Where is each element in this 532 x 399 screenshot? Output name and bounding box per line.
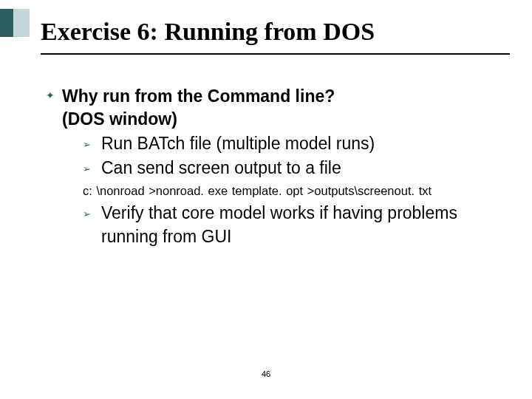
slide-title: Exercise 6: Running from DOS bbox=[41, 18, 375, 46]
sub-items-list-2: ➢ Verify that core model works if having… bbox=[83, 202, 506, 248]
accent-bar-light bbox=[13, 9, 30, 37]
chevron-bullet-icon: ➢ bbox=[83, 208, 91, 221]
sub-text-3: Verify that core model works if having p… bbox=[101, 202, 506, 248]
sub-bullet-2: ➢ Can send screen output to a file bbox=[83, 157, 506, 180]
sub-bullet-1: ➢ Run BATch file (multiple model runs) bbox=[83, 132, 506, 155]
main-bullet: ✦ Why run from the Command line? (DOS wi… bbox=[46, 85, 506, 248]
chevron-bullet-icon: ➢ bbox=[83, 138, 91, 151]
main-line-1: Why run from the Command line? bbox=[62, 85, 506, 108]
code-example: c: \nonroad >nonroad. exe template. opt … bbox=[83, 183, 506, 199]
slide-content: ✦ Why run from the Command line? (DOS wi… bbox=[46, 85, 506, 248]
sub-bullet-3: ➢ Verify that core model works if having… bbox=[83, 202, 506, 248]
diamond-bullet-icon: ✦ bbox=[46, 89, 55, 101]
page-number: 46 bbox=[262, 369, 270, 378]
title-underline bbox=[41, 53, 510, 55]
sub-text-2: Can send screen output to a file bbox=[101, 157, 341, 180]
sub-text-1: Run BATch file (multiple model runs) bbox=[101, 132, 375, 155]
main-line-2: (DOS window) bbox=[62, 108, 506, 131]
chevron-bullet-icon: ➢ bbox=[83, 163, 91, 176]
sub-items-list: ➢ Run BATch file (multiple model runs) ➢… bbox=[83, 132, 506, 180]
main-text-block: Why run from the Command line? (DOS wind… bbox=[62, 85, 506, 248]
accent-bar-dark bbox=[0, 9, 13, 37]
